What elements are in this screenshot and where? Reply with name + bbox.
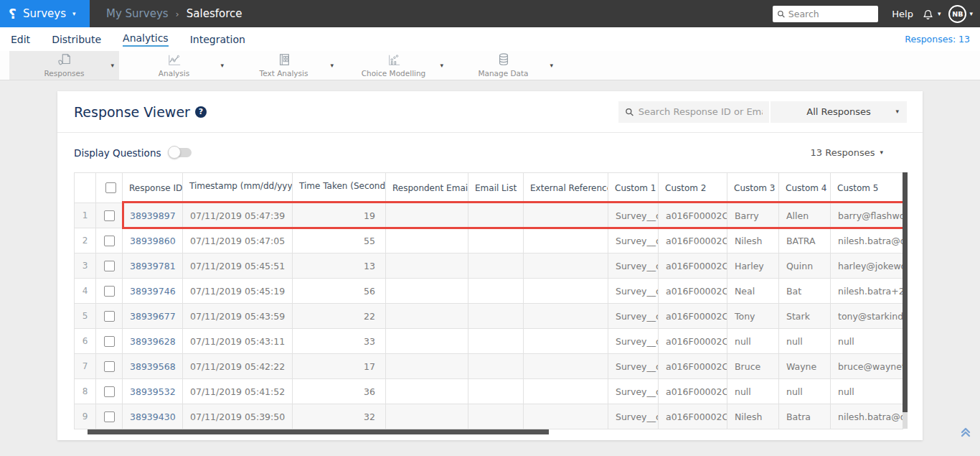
email-list-cell	[468, 279, 524, 304]
row-checkbox[interactable]	[104, 336, 115, 347]
custom3-cell: Nilesh	[727, 404, 779, 429]
external-reference-cell	[524, 354, 608, 379]
header-custom-3[interactable]: Custom 3	[727, 173, 779, 203]
custom4-cell: Allen	[779, 203, 831, 228]
help-badge-icon[interactable]: ?	[195, 106, 207, 118]
custom5-cell: null	[831, 379, 903, 404]
row-checkbox[interactable]	[104, 311, 115, 322]
response-id-cell[interactable]: 38939532	[123, 379, 183, 404]
time-taken-cell: 17	[293, 354, 386, 379]
num-cell: 7	[75, 354, 96, 379]
vertical-scrollbar-thumb[interactable]	[903, 172, 908, 412]
toolbar-tab-text-analysis[interactable]: Text Analysis ▾	[229, 51, 339, 80]
row-checkbox[interactable]	[104, 411, 115, 422]
caret-down-icon: ▾	[72, 11, 76, 17]
custom1-cell: Survey__c	[608, 253, 659, 279]
header-timestamp[interactable]: Timestamp (mm/dd/yyyy)▲▼	[183, 173, 293, 203]
row-checkbox[interactable]	[104, 261, 115, 271]
timestamp-cell: 07/11/2019 05:47:05	[183, 228, 293, 253]
notifications-menu[interactable]: ▾	[921, 7, 941, 21]
breadcrumb: My Surveys › Salesforce	[106, 7, 242, 20]
tab-integration[interactable]: Integration	[190, 34, 245, 45]
horizontal-scrollbar-thumb[interactable]	[88, 429, 549, 434]
response-id-cell[interactable]: 38939860	[123, 228, 183, 253]
header-custom-4[interactable]: Custom 4	[779, 173, 831, 203]
tab-edit[interactable]: Edit	[11, 34, 30, 45]
breadcrumb-my-surveys[interactable]: My Surveys	[106, 7, 169, 20]
header-custom-5[interactable]: Custom 5	[831, 173, 903, 203]
select-all-checkbox[interactable]	[105, 182, 116, 193]
caret-down-icon[interactable]: ▾	[110, 62, 114, 69]
table-row: 53893967707/11/2019 05:43:5922Survey__ca…	[75, 304, 903, 329]
response-id-cell[interactable]: 38939677	[123, 304, 183, 329]
account-menu[interactable]: NB ▾	[948, 5, 973, 23]
row-checkbox[interactable]	[104, 386, 115, 397]
header-custom-1[interactable]: Custom 1	[608, 173, 659, 203]
scroll-to-top-button[interactable]	[959, 426, 972, 442]
caret-down-icon[interactable]: ▾	[330, 62, 334, 69]
vertical-scrollbar[interactable]	[903, 172, 908, 429]
email-list-cell	[468, 329, 524, 354]
app-brand-menu[interactable]: ? Surveys ▾	[0, 0, 90, 27]
custom5-cell: tony@starkindustr	[831, 304, 903, 329]
response-id-cell[interactable]: 38939568	[123, 354, 183, 379]
row-checkbox[interactable]	[104, 210, 115, 221]
respondent-email-cell	[386, 329, 468, 354]
custom2-cell: a016F00002CT2LX	[659, 329, 727, 354]
global-search[interactable]	[773, 6, 878, 22]
caret-down-icon[interactable]: ▾	[440, 62, 443, 69]
checkbox-cell	[96, 354, 123, 379]
global-search-input[interactable]	[788, 9, 875, 19]
respondent-email-cell	[386, 404, 468, 429]
email-list-cell	[468, 228, 524, 253]
brand-label: Surveys	[23, 7, 66, 20]
response-search-input[interactable]	[639, 106, 763, 117]
table-row: 13893989707/11/2019 05:47:3919Survey__ca…	[75, 203, 903, 228]
row-checkbox[interactable]	[104, 286, 115, 297]
response-id-cell[interactable]: 38939897	[123, 203, 183, 228]
toolbar-tab-analysis[interactable]: Analysis ▾	[119, 51, 229, 80]
tab-distribute[interactable]: Distribute	[52, 34, 101, 45]
email-list-cell	[468, 253, 524, 279]
responses-count-dropdown[interactable]: 13 Responses ▾	[811, 147, 883, 158]
checkbox-cell	[96, 228, 123, 253]
response-id-cell[interactable]: 38939746	[123, 279, 183, 304]
custom1-cell: Survey__c	[608, 329, 659, 354]
toolbar-tab-responses[interactable]: Responses ▾	[9, 51, 119, 80]
header-response-id[interactable]: Response ID▲	[123, 173, 183, 203]
analytics-toolbar: Responses ▾ Analysis ▾ Te	[0, 51, 980, 80]
breadcrumb-separator-icon: ›	[176, 9, 179, 19]
response-filter-dropdown[interactable]: All Responses ▾	[771, 101, 907, 123]
responses-table: Response ID▲ Timestamp (mm/dd/yyyy)▲▼ Ti…	[74, 172, 903, 429]
toolbar-tab-manage-data[interactable]: Manage Data ▾	[448, 51, 558, 80]
row-checkbox[interactable]	[104, 236, 115, 246]
header-time-taken[interactable]: Time Taken (Seconds)▲▼	[293, 173, 386, 203]
header-custom-2[interactable]: Custom 2	[659, 173, 727, 203]
tab-analytics[interactable]: Analytics	[123, 32, 169, 47]
custom5-cell: nilesh.batra+2@qu	[831, 279, 903, 304]
toolbar-tab-choice-modelling[interactable]: Choice Modelling ▾	[339, 51, 448, 80]
response-id-cell[interactable]: 38939781	[123, 253, 183, 279]
header-respondent-email[interactable]: Respondent Email	[386, 173, 468, 203]
caret-down-icon[interactable]: ▾	[550, 62, 553, 69]
help-link[interactable]: Help	[892, 9, 913, 19]
respondent-email-cell	[386, 228, 468, 253]
response-search[interactable]	[618, 101, 769, 123]
response-id-cell[interactable]: 38939430	[123, 404, 183, 429]
row-checkbox[interactable]	[104, 361, 115, 372]
display-questions-toggle[interactable]	[169, 148, 192, 157]
checkbox-cell	[96, 379, 123, 404]
topbar-right-group: Help ▾ NB ▾	[773, 5, 980, 23]
header-external-reference[interactable]: External Reference	[524, 173, 608, 203]
responses-count-link[interactable]: Responses: 13	[905, 34, 970, 45]
response-id-cell[interactable]: 38939628	[123, 329, 183, 354]
timestamp-cell: 07/11/2019 05:41:52	[183, 379, 293, 404]
time-taken-cell: 22	[293, 304, 386, 329]
time-taken-cell: 56	[293, 279, 386, 304]
horizontal-scrollbar[interactable]	[74, 429, 908, 434]
caret-down-icon[interactable]: ▾	[220, 62, 224, 69]
num-cell: 3	[75, 253, 96, 279]
custom5-cell: harley@jokeworld.	[831, 253, 903, 279]
avatar: NB	[948, 5, 966, 23]
header-email-list[interactable]: Email List	[468, 173, 524, 203]
